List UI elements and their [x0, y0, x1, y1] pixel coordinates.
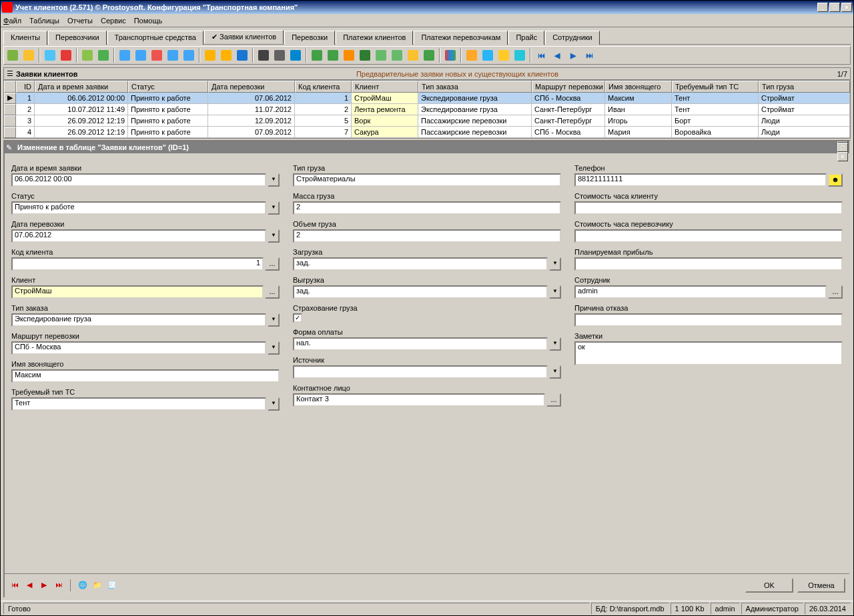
- filter3-icon[interactable]: [149, 48, 164, 63]
- table-row[interactable]: 2 10.07.2012 11:49 Принято к работе 11.0…: [4, 104, 850, 115]
- input-vtype[interactable]: Тент: [11, 397, 266, 411]
- input-profit[interactable]: [574, 257, 843, 271]
- input-employee[interactable]: admin: [574, 285, 827, 299]
- browse-contact[interactable]: ...: [546, 393, 561, 407]
- export3-icon[interactable]: [342, 48, 356, 63]
- receipt-icon[interactable]: 🧾: [106, 579, 118, 591]
- tab-employees[interactable]: Сотрудники: [545, 31, 600, 45]
- browse-employee[interactable]: ...: [828, 285, 843, 299]
- chart-icon[interactable]: [443, 48, 458, 63]
- col-client[interactable]: Клиент: [352, 81, 418, 93]
- input-volume[interactable]: 2: [293, 229, 561, 243]
- tab-price[interactable]: Прайс: [508, 31, 544, 45]
- input-datetime[interactable]: 06.06.2012 00:00: [11, 173, 266, 187]
- col-vtype[interactable]: Требуемый тип ТС: [672, 81, 759, 93]
- menu-tables[interactable]: Таблицы: [29, 17, 59, 25]
- close-button[interactable]: ×: [841, 3, 852, 12]
- rec-last-icon[interactable]: ⏭: [53, 579, 65, 591]
- input-client[interactable]: СтройМаш: [11, 285, 264, 299]
- export2-icon[interactable]: [326, 48, 340, 63]
- checkbox-insurance[interactable]: ✓: [293, 313, 302, 323]
- filter1-icon[interactable]: [117, 48, 132, 63]
- table-row[interactable]: 4 26.09.2012 12:19 Принято к работе 07.0…: [4, 127, 850, 138]
- layout2-icon[interactable]: [480, 48, 495, 63]
- dropdown-status[interactable]: ▼: [268, 201, 280, 215]
- new-icon[interactable]: [5, 48, 20, 63]
- exporty-icon[interactable]: [422, 48, 436, 63]
- col-clientcode[interactable]: Код клиента: [295, 81, 352, 93]
- input-shipdate[interactable]: 07.06.2012: [11, 229, 266, 243]
- col-caller[interactable]: Имя звонящего: [605, 81, 672, 93]
- dropdown-ordertype[interactable]: ▼: [268, 313, 280, 327]
- folder-icon[interactable]: [219, 48, 234, 63]
- print-icon[interactable]: [272, 48, 287, 63]
- tab-vehicles[interactable]: Транспортные средства: [107, 31, 203, 45]
- tab-shipments[interactable]: Перевозки: [284, 31, 335, 45]
- search-icon[interactable]: [256, 48, 271, 63]
- sub-maximize-button[interactable]: □: [837, 143, 848, 152]
- menu-file[interactable]: Файл: [3, 17, 21, 25]
- menu-help[interactable]: Помощь: [134, 17, 163, 25]
- input-phone[interactable]: 88121111111: [574, 173, 827, 187]
- phone-icon[interactable]: ☻: [828, 173, 843, 187]
- input-reject[interactable]: [574, 313, 843, 327]
- tab-carriers[interactable]: Перевозчики: [48, 31, 106, 45]
- sql-icon[interactable]: [235, 48, 250, 63]
- menu-service[interactable]: Сервис: [101, 17, 126, 25]
- minimize-button[interactable]: _: [817, 3, 828, 12]
- excel-icon[interactable]: [358, 48, 372, 63]
- rec-prev-icon[interactable]: ◀: [23, 579, 35, 591]
- nav-last-icon[interactable]: ⏭: [582, 48, 596, 63]
- col-cargo[interactable]: Тип груза: [759, 81, 850, 93]
- col-route[interactable]: Маршрут перевозки: [532, 81, 605, 93]
- cancel-button[interactable]: Отмена: [797, 578, 845, 593]
- input-source[interactable]: [293, 365, 548, 379]
- input-route[interactable]: СПб - Москва: [11, 341, 266, 355]
- col-id[interactable]: ID: [16, 81, 35, 93]
- import1-icon[interactable]: [374, 48, 388, 63]
- dropdown-route[interactable]: ▼: [268, 341, 280, 355]
- input-mass[interactable]: 2: [293, 201, 561, 215]
- input-payment[interactable]: нал.: [293, 337, 548, 351]
- tab-requests[interactable]: Заявки клиентов: [204, 30, 284, 44]
- input-status[interactable]: Принято к работе: [11, 201, 266, 215]
- filter2-icon[interactable]: [133, 48, 148, 63]
- dropdown-vtype[interactable]: ▼: [268, 397, 280, 411]
- nav-prev-icon[interactable]: ◀: [550, 48, 564, 63]
- browse-clientcode[interactable]: ...: [265, 257, 280, 271]
- col-status[interactable]: Статус: [128, 81, 208, 93]
- input-ordertype[interactable]: Экспедирование груза: [11, 313, 266, 327]
- filter4-icon[interactable]: [165, 48, 180, 63]
- menu-reports[interactable]: Отчеты: [67, 17, 93, 25]
- edit-icon[interactable]: [21, 48, 36, 63]
- col-datetime[interactable]: Дата и время заявки: [35, 81, 128, 93]
- layout4-icon[interactable]: [512, 48, 527, 63]
- dropdown-payment[interactable]: ▼: [549, 337, 561, 351]
- input-loading[interactable]: зад.: [293, 257, 548, 271]
- nav-next-icon[interactable]: ▶: [566, 48, 580, 63]
- nav-first-icon[interactable]: ⏮: [534, 48, 548, 63]
- dropdown-loading[interactable]: ▼: [549, 257, 561, 271]
- input-caller[interactable]: Максим: [11, 369, 280, 383]
- input-unloading[interactable]: зад.: [293, 285, 548, 299]
- input-cost-carrier[interactable]: [574, 229, 843, 243]
- copy-icon[interactable]: [43, 48, 57, 63]
- dropdown-shipdate[interactable]: ▼: [268, 229, 280, 243]
- tab-client-payments[interactable]: Платежи клиентов: [336, 31, 413, 45]
- globe-icon[interactable]: 🌐: [77, 579, 89, 591]
- col-shipdate[interactable]: Дата перевозки: [208, 81, 295, 93]
- checklist-icon[interactable]: [80, 48, 95, 63]
- import2-icon[interactable]: [390, 48, 404, 63]
- rec-next-icon[interactable]: ▶: [38, 579, 50, 591]
- table-row[interactable]: 3 26.09.2012 12:19 Принято к работе 12.0…: [4, 115, 850, 127]
- layout3-icon[interactable]: [496, 48, 511, 63]
- maximize-button[interactable]: □: [829, 3, 840, 12]
- browse-client[interactable]: ...: [265, 285, 280, 299]
- favorite-icon[interactable]: [203, 48, 218, 63]
- input-notes[interactable]: ок: [574, 341, 843, 365]
- input-cost-client[interactable]: [574, 201, 843, 215]
- export1-icon[interactable]: [310, 48, 324, 63]
- input-contact[interactable]: Контакт 3: [293, 393, 545, 407]
- folder-icon-2[interactable]: 📁: [91, 579, 103, 591]
- col-ordertype[interactable]: Тип заказа: [418, 81, 532, 93]
